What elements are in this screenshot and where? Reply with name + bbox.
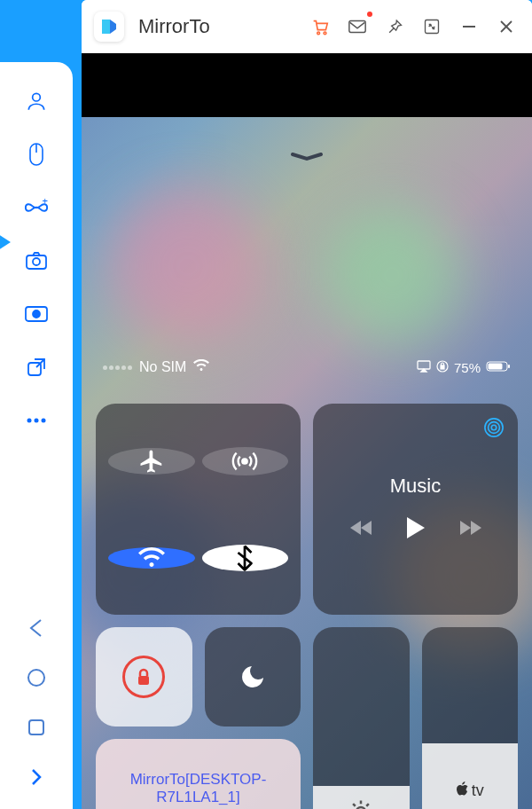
app-sidebar: + [0, 62, 73, 809]
app-title: MirrorTo [138, 15, 296, 38]
music-label: Music [390, 475, 441, 498]
play-button[interactable] [405, 515, 426, 544]
bluetooth-button[interactable] [202, 545, 289, 571]
svg-rect-13 [29, 720, 43, 734]
svg-rect-26 [508, 365, 510, 368]
svg-point-9 [27, 419, 32, 423]
cart-button[interactable] [307, 13, 333, 40]
nav-buttons [24, 616, 49, 809]
do-not-disturb-button[interactable] [205, 627, 301, 727]
recents-nav-icon[interactable] [24, 715, 49, 740]
svg-rect-31 [138, 676, 149, 685]
next-track-button[interactable] [458, 519, 481, 540]
signal-dots-icon [103, 365, 132, 370]
profile-icon[interactable] [24, 89, 49, 114]
app-logo-icon [94, 12, 124, 42]
music-tile[interactable]: Music [313, 404, 518, 615]
prev-track-button[interactable] [350, 519, 373, 540]
brightness-slider[interactable] [313, 627, 410, 809]
volume-label: tv [472, 782, 484, 800]
pull-handle-icon[interactable] [289, 153, 325, 160]
battery-pct: 75% [454, 360, 481, 375]
mirrored-screen: No SIM 75% [82, 53, 532, 809]
svg-rect-16 [349, 21, 365, 33]
brightness-icon [348, 798, 374, 809]
active-indicator [0, 234, 11, 250]
control-center: Music [82, 404, 532, 809]
orientation-lock-button[interactable] [96, 627, 192, 727]
svg-rect-17 [426, 20, 439, 34]
svg-point-11 [42, 419, 46, 423]
svg-point-12 [28, 670, 44, 686]
svg-point-15 [324, 32, 326, 35]
home-nav-icon[interactable] [24, 665, 49, 690]
sim-status: No SIM [139, 359, 186, 375]
status-bar: No SIM 75% [82, 359, 532, 375]
fullscreen-button[interactable] [419, 13, 445, 40]
svg-point-5 [33, 258, 40, 265]
gamepad-icon[interactable]: + [24, 195, 49, 220]
svg-rect-23 [441, 365, 444, 369]
mail-button[interactable] [344, 13, 371, 40]
svg-point-27 [243, 459, 247, 463]
wifi-icon [193, 359, 209, 375]
airplay-status-icon [417, 360, 431, 375]
svg-point-14 [317, 32, 320, 35]
mouse-icon[interactable] [24, 142, 49, 167]
svg-point-7 [33, 310, 40, 318]
airplane-mode-button[interactable] [108, 448, 195, 475]
battery-icon [486, 360, 511, 375]
volume-slider[interactable]: tv [422, 627, 519, 809]
airplay-icon[interactable] [484, 418, 504, 441]
svg-rect-21 [418, 361, 430, 369]
video-record-icon[interactable] [24, 302, 49, 326]
mirror-label: MirrorTo[DESKTOP-R7L1LA1_1] [106, 771, 290, 806]
notification-dot-icon [367, 12, 372, 17]
connectivity-tile [96, 404, 301, 615]
screen-mirroring-tile[interactable]: MirrorTo[DESKTOP-R7L1LA1_1] [96, 739, 301, 809]
pin-button[interactable] [381, 13, 408, 40]
svg-point-29 [489, 422, 500, 434]
wifi-button[interactable] [108, 547, 195, 569]
minimize-button[interactable] [456, 13, 482, 40]
close-button[interactable] [493, 13, 520, 40]
mirrorto-window: MirrorTo No SIM 75% [82, 0, 532, 809]
back-nav-icon[interactable] [24, 616, 49, 640]
camera-icon[interactable] [24, 248, 49, 273]
svg-point-28 [491, 425, 497, 430]
expand-icon[interactable] [24, 765, 49, 789]
svg-rect-25 [489, 363, 503, 369]
titlebar: MirrorTo [82, 0, 532, 53]
more-icon[interactable] [24, 408, 49, 433]
svg-point-10 [35, 419, 39, 423]
svg-point-0 [33, 93, 41, 101]
cellular-button[interactable] [202, 447, 289, 475]
svg-text:+: + [43, 199, 49, 206]
orientation-lock-status-icon [436, 360, 449, 375]
screen-notch-area [82, 53, 532, 117]
apple-icon [456, 781, 470, 801]
popout-icon[interactable] [24, 355, 49, 380]
